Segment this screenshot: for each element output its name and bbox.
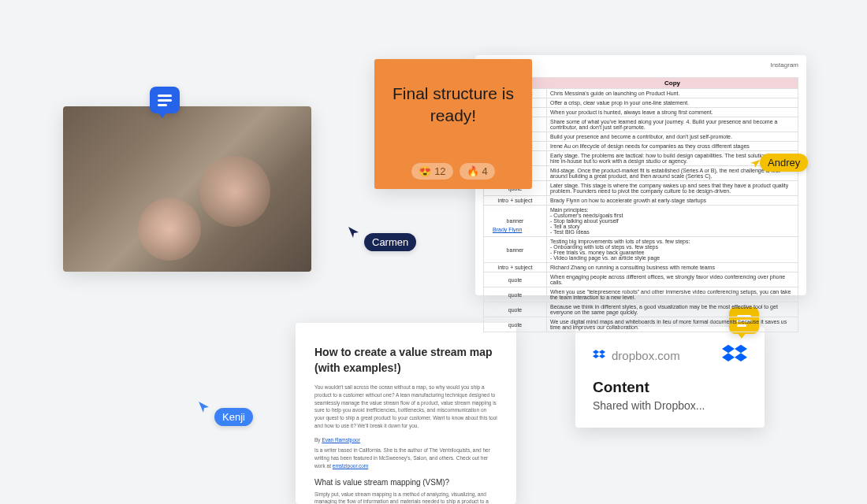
cursor-pointer-icon — [347, 225, 361, 239]
reaction-bar: 😍 12 🔥 4 — [411, 163, 495, 180]
table-row: intro + subjectRichard Zhang on running … — [484, 263, 798, 272]
cursor-label-carmen: Carmen — [364, 233, 416, 251]
team-photo-card[interactable] — [63, 106, 311, 272]
article-card[interactable]: How to create a value stream map (with e… — [296, 323, 516, 504]
cell-format: quote — [484, 287, 547, 302]
cell-copy: Main principles: - Customer's needs/goal… — [547, 206, 798, 237]
cell-copy: Because we think in different styles, a … — [547, 302, 798, 317]
cell-copy: Irene Au on lifecycle of design needs fo… — [547, 142, 798, 151]
cell-format: quote — [484, 317, 547, 332]
cursor-pointer-icon — [197, 400, 211, 414]
reaction-heart-eyes[interactable]: 😍 12 — [411, 163, 452, 180]
dropbox-brand: dropbox.com — [593, 349, 680, 362]
article-heading-vsm: What is value stream mapping (VSM)? — [314, 478, 497, 487]
table-row: quoteWhen engaging people across differe… — [484, 272, 798, 287]
spreadsheet-brand: Instagram — [770, 61, 798, 69]
cell-copy: Richard Zhang on running a consulting bu… — [547, 263, 798, 272]
dropbox-subtitle: Shared with Dropbox... — [593, 399, 747, 412]
cell-format: quote — [484, 302, 547, 317]
article-author-link[interactable]: Evan Ramstpoor — [322, 437, 359, 443]
cell-format: quote — [484, 272, 547, 287]
cell-copy: When engaging people across different of… — [547, 272, 798, 287]
spreadsheet-author-link[interactable]: Brady Flynn — [493, 227, 522, 232]
sticky-note-text: Final structure is ready! — [384, 83, 523, 128]
table-row: bannerMain principles: - Customer's need… — [484, 206, 798, 237]
col-copy: Copy — [547, 78, 798, 89]
cursor-label-andrey: Andrey — [760, 154, 808, 172]
cell-copy: Testing big improvements with lots of st… — [547, 237, 798, 263]
cell-format: banner — [484, 237, 547, 263]
dropbox-icon — [722, 343, 747, 368]
cursor-label-kenji: Kenji — [214, 408, 253, 426]
cell-copy: Chris Messina's guide on launching on Pr… — [547, 89, 798, 98]
cursor-carmen: Carmen — [347, 225, 416, 251]
cell-copy: When you use "telepresence robots" and o… — [547, 287, 798, 302]
cell-copy: When your product is hunted, always leav… — [547, 108, 798, 117]
comment-icon[interactable] — [150, 87, 180, 113]
cell-copy: Later stage. This stage is where the com… — [547, 181, 798, 196]
article-byline: By Evan Ramstpoor — [314, 436, 497, 444]
sticky-note[interactable]: Final structure is ready! 😍 12 🔥 4 — [374, 59, 532, 189]
cell-format: intro + subject — [484, 196, 547, 206]
cell-copy: Build your presence and become a contrib… — [547, 132, 798, 142]
article-bio-link[interactable]: emstzipoor.com — [333, 463, 369, 469]
dropbox-card[interactable]: dropbox.com Content Shared with Dropbox.… — [575, 327, 765, 428]
cell-copy: We use digital mind maps and whiteboards… — [547, 317, 798, 332]
table-row: quoteWhen you use "telepresence robots" … — [484, 287, 798, 302]
cell-copy: Offer a crisp, clear value prop in your … — [547, 98, 798, 108]
cursor-kenji: Kenji — [197, 400, 253, 426]
table-row: quoteBecause we think in different style… — [484, 302, 798, 317]
cell-copy: Brady Flynn on how to accelerate growth … — [547, 196, 798, 206]
article-intro: You wouldn't sail across the ocean witho… — [314, 384, 497, 430]
article-bio: Is a writer based in California. She is … — [314, 447, 497, 469]
dropbox-title: Content — [593, 379, 747, 396]
cursor-andrey: Andrey — [749, 154, 808, 172]
article-p2: Simply put, value stream mapping is a me… — [314, 491, 497, 504]
table-row: intro + subjectBrady Flynn on how to acc… — [484, 196, 798, 206]
dropbox-header: dropbox.com — [593, 343, 747, 368]
comment-lines-icon — [158, 94, 172, 106]
dropbox-icon — [593, 349, 605, 361]
cell-format: intro + subject — [484, 263, 547, 272]
table-row: bannerTesting big improvements with lots… — [484, 237, 798, 263]
reaction-fire[interactable]: 🔥 4 — [460, 163, 495, 180]
cell-copy: Share some of what you've learned along … — [547, 117, 798, 132]
table-row: quoteWe use digital mind maps and whiteb… — [484, 317, 798, 332]
article-title: How to create a value stream map (with e… — [314, 345, 497, 376]
team-photo-image — [63, 106, 311, 272]
